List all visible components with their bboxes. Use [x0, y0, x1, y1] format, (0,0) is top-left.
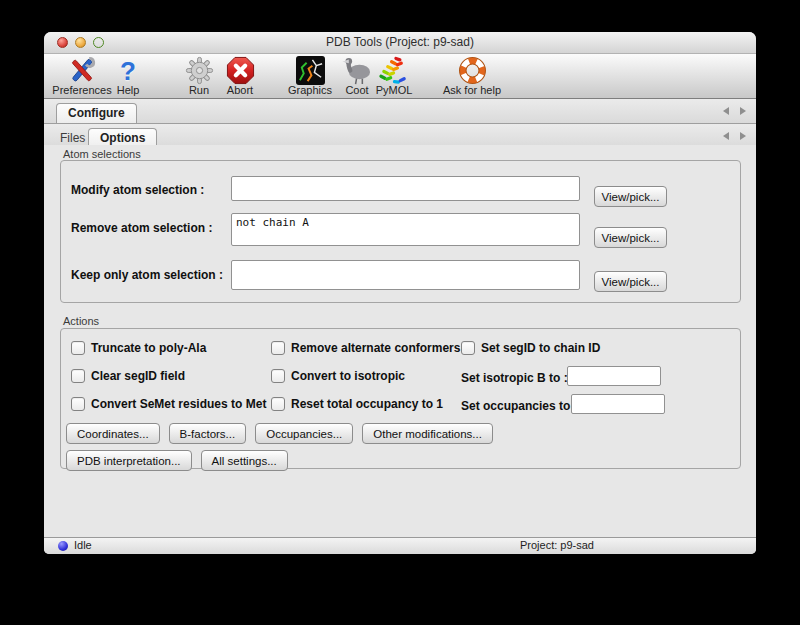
toolbar-button-run[interactable]: Run — [179, 56, 219, 96]
toolbar-label: Ask for help — [432, 84, 512, 96]
set-isotropic-b-input[interactable] — [567, 366, 661, 386]
checkbox-clear-segid-field[interactable]: Clear segID field — [71, 369, 185, 383]
checkbox-set-segid-to-chain-id[interactable]: Set segID to chain ID — [461, 341, 600, 355]
tab-configure[interactable]: Configure — [56, 103, 137, 123]
toolbar-button-abort[interactable]: Abort — [218, 56, 262, 96]
toolbar: Preferences ? Help Run — [44, 54, 756, 99]
project-label: Project: p9-sad — [520, 539, 594, 551]
pymol-ribbon-icon — [370, 56, 418, 85]
view-pick-button-remove[interactable]: View/pick... — [594, 227, 667, 248]
tab-scroll-right-icon[interactable] — [740, 107, 746, 115]
keep-only-atom-selection-input[interactable] — [231, 260, 580, 290]
view-pick-button-modify[interactable]: View/pick... — [594, 186, 667, 207]
toolbar-button-help[interactable]: ? Help — [108, 56, 148, 96]
checkbox-label: Clear segID field — [91, 369, 185, 383]
checkbox-label: Set segID to chain ID — [481, 341, 600, 355]
title-bar[interactable]: PDB Tools (Project: p9-sad) — [44, 32, 756, 54]
checkbox-truncate-to-poly-ala[interactable]: Truncate to poly-Ala — [71, 341, 206, 355]
checkbox-label: Reset total occupancy to 1 — [291, 397, 443, 411]
keep-only-atom-selection-label: Keep only atom selection : — [71, 268, 223, 282]
tab-scroll-left-icon[interactable] — [723, 132, 729, 140]
graphics-icon — [280, 56, 340, 85]
set-isotropic-b-label: Set isotropic B to : — [461, 371, 568, 385]
tab-label: Configure — [68, 106, 125, 120]
toolbar-label: PyMOL — [370, 84, 418, 96]
checkbox-box-icon — [271, 341, 285, 355]
life-ring-icon — [432, 56, 512, 85]
b-factors-button[interactable]: B-factors... — [169, 423, 247, 444]
question-icon: ? — [108, 56, 148, 85]
checkbox-label: Remove alternate conformers — [291, 341, 460, 355]
checkbox-convert-to-isotropic[interactable]: Convert to isotropic — [271, 369, 405, 383]
status-bar: Idle Project: p9-sad — [44, 537, 756, 554]
tab-scroll-left-icon[interactable] — [723, 107, 729, 115]
checkbox-convert-semet-to-met[interactable]: Convert SeMet residues to Met — [71, 397, 266, 411]
checkbox-label: Truncate to poly-Ala — [91, 341, 206, 355]
toolbar-label: Graphics — [280, 84, 340, 96]
remove-atom-selection-input[interactable]: not chain A — [231, 213, 580, 246]
checkbox-box-icon — [71, 341, 85, 355]
action-buttons-row-1: Coordinates... B-factors... Occupancies.… — [66, 423, 493, 444]
view-pick-button-keep-only[interactable]: View/pick... — [594, 271, 667, 292]
checkbox-remove-alternate-conformers[interactable]: Remove alternate conformers — [271, 341, 460, 355]
checkbox-box-icon — [461, 341, 475, 355]
checkbox-box-icon — [71, 369, 85, 383]
action-buttons-row-2: PDB interpretation... All settings... — [66, 450, 288, 471]
other-modifications-button[interactable]: Other modifications... — [362, 423, 493, 444]
close-button[interactable] — [57, 37, 68, 48]
tab-scroll-right-icon[interactable] — [740, 132, 746, 140]
gear-icon — [179, 56, 219, 85]
actions-legend: Actions — [63, 315, 99, 327]
traffic-lights — [57, 37, 104, 48]
set-occupancies-input[interactable] — [571, 394, 665, 414]
checkbox-reset-total-occupancy[interactable]: Reset total occupancy to 1 — [271, 397, 443, 411]
coordinates-button[interactable]: Coordinates... — [66, 423, 160, 444]
tab-label: Files — [60, 131, 85, 145]
actions-groupbox: Truncate to poly-Ala Remove alternate co… — [60, 328, 741, 469]
all-settings-button[interactable]: All settings... — [201, 450, 288, 471]
remove-atom-selection-label: Remove atom selection : — [71, 221, 212, 235]
tab-bar-configure: Configure — [44, 99, 756, 124]
toolbar-button-graphics[interactable]: Graphics — [280, 56, 340, 96]
checkbox-label: Convert to isotropic — [291, 369, 405, 383]
checkbox-box-icon — [271, 369, 285, 383]
occupancies-button[interactable]: Occupancies... — [255, 423, 353, 444]
tab-label: Options — [100, 131, 145, 145]
atom-selections-legend: Atom selections — [63, 148, 141, 160]
abort-icon — [218, 56, 262, 85]
status-text: Idle — [74, 539, 92, 551]
modify-atom-selection-label: Modify atom selection : — [71, 183, 204, 197]
toolbar-label: Help — [108, 84, 148, 96]
status-indicator-icon — [58, 541, 68, 551]
toolbar-label: Abort — [218, 84, 262, 96]
tab-scroll-arrows — [723, 99, 746, 123]
toolbar-button-pymol[interactable]: PyMOL — [370, 56, 418, 96]
atom-selections-groupbox: Modify atom selection : View/pick... Rem… — [60, 160, 741, 303]
zoom-button[interactable] — [93, 37, 104, 48]
checkbox-box-icon — [71, 397, 85, 411]
options-panel: Atom selections Modify atom selection : … — [44, 145, 756, 538]
toolbar-label: Run — [179, 84, 219, 96]
set-occupancies-label: Set occupancies to : — [461, 399, 578, 413]
checkbox-label: Convert SeMet residues to Met — [91, 397, 266, 411]
toolbar-button-ask-for-help[interactable]: Ask for help — [432, 56, 512, 96]
pdb-interpretation-button[interactable]: PDB interpretation... — [66, 450, 192, 471]
window-title: PDB Tools (Project: p9-sad) — [44, 32, 756, 53]
checkbox-box-icon — [271, 397, 285, 411]
minimize-button[interactable] — [75, 37, 86, 48]
modify-atom-selection-input[interactable] — [231, 176, 580, 201]
app-window: PDB Tools (Project: p9-sad) Preferences … — [44, 32, 756, 554]
